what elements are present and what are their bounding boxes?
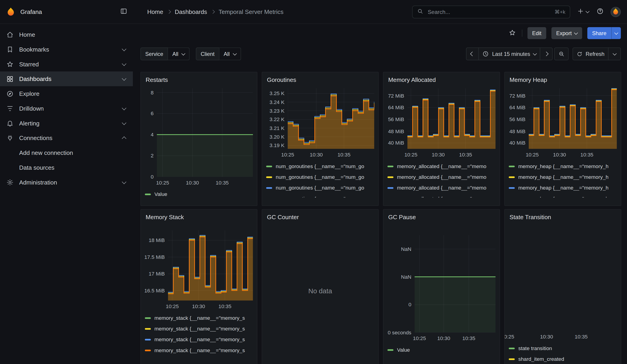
legend-item[interactable]: memory_heap {__name__="memory_h: [509, 161, 617, 171]
share-button[interactable]: Share: [587, 27, 611, 39]
plus-icon: [577, 7, 584, 16]
panel-title[interactable]: Goroutines: [266, 75, 374, 84]
search-box[interactable]: ⌘+k: [412, 5, 570, 18]
chart-canvas: [288, 88, 374, 149]
x-axis: 10:2510:3010:35: [288, 151, 374, 159]
grafana-logo-icon[interactable]: [6, 7, 16, 17]
legend-item[interactable]: memory_allocated {__name__="memo: [387, 172, 495, 182]
legend-item[interactable]: memory_allocated {__name__="memo: [387, 193, 495, 198]
legend-item[interactable]: memory_allocated {__name__="memo: [387, 161, 495, 171]
refresh-interval-button[interactable]: [608, 48, 621, 60]
x-axis-label: 10:35: [218, 303, 231, 309]
y-axis-label: 6: [151, 111, 154, 116]
sidebar-item-add-new-connection[interactable]: Add new connection: [0, 145, 133, 160]
y-axis-label: 56 MiB: [388, 116, 404, 122]
refresh-button[interactable]: Refresh: [573, 48, 609, 60]
legend-item[interactable]: shard_item_created: [509, 354, 617, 364]
breadcrumb-dashboards[interactable]: Dashboards: [175, 8, 207, 15]
sidebar-item-label: Data sources: [19, 164, 54, 171]
legend-item[interactable]: memory_stack {__name__="memory_s: [145, 334, 253, 345]
sidebar-item-connections[interactable]: Connections: [0, 130, 133, 145]
home-icon: [6, 31, 14, 38]
legend-item[interactable]: num_goroutines {__name__="num_go: [266, 172, 374, 182]
chevron-right-icon: [211, 10, 215, 14]
time-forward-button[interactable]: [540, 48, 552, 60]
sidebar-item-label: Connections: [19, 135, 52, 141]
breadcrumb-home[interactable]: Home: [147, 8, 163, 15]
chart-plot[interactable]: [288, 88, 374, 149]
legend-series-label: memory_heap {__name__="memory_h: [518, 185, 609, 191]
x-axis-label: 10:25: [413, 335, 426, 341]
panel-title[interactable]: GC Pause: [387, 212, 495, 221]
x-axis-label: 10:35: [216, 180, 229, 186]
panel-title[interactable]: Memory Allocated: [387, 75, 495, 84]
chart-plot[interactable]: [529, 88, 617, 149]
edit-button[interactable]: Edit: [527, 27, 546, 39]
chart-area: 86420: [145, 88, 253, 177]
zoom-out-button[interactable]: [554, 48, 568, 60]
share-menu-button[interactable]: [611, 27, 621, 39]
legend-series-color: [387, 176, 393, 178]
panel-restarts: Restarts8642010:2510:3010:35Value: [140, 72, 258, 206]
chart-plot[interactable]: [408, 88, 496, 149]
series-fill: [415, 277, 495, 332]
nav-left: Grafana: [0, 7, 133, 17]
legend-item[interactable]: num_goroutines {__name__="num_go: [266, 161, 374, 171]
legend-series-color: [509, 358, 515, 360]
sidebar-item-data-sources[interactable]: Data sources: [0, 160, 133, 175]
star-dashboard-button[interactable]: [508, 28, 517, 38]
time-range-button[interactable]: Last 15 minutes: [478, 48, 540, 60]
legend-item[interactable]: memory_heap {__name__="memory_h: [509, 182, 617, 193]
sidebar-item-administration[interactable]: Administration: [0, 175, 133, 190]
sidebar-item-drilldown[interactable]: Drilldown: [0, 101, 133, 116]
chart-plot[interactable]: [157, 88, 253, 177]
legend-series-color: [387, 187, 393, 189]
sidebar-item-dashboards[interactable]: Dashboards: [0, 71, 133, 86]
panel-title[interactable]: GC Counter: [266, 212, 374, 221]
export-button[interactable]: Export: [551, 27, 582, 39]
legend-item[interactable]: memory_stack {__name__="memory_s: [145, 323, 253, 334]
chart-plot[interactable]: [168, 230, 253, 301]
series-fill: [408, 91, 496, 149]
add-new-button[interactable]: [576, 7, 590, 17]
service-var-select[interactable]: All: [168, 48, 190, 60]
drilldown-icon: [6, 105, 14, 112]
chart-area: 3.25 K3.24 K3.23 K3.22 K3.21 K3.20 K3.19…: [266, 88, 374, 149]
sidebar-item-starred[interactable]: Starred: [0, 57, 133, 72]
legend-item[interactable]: Value: [145, 189, 253, 200]
help-button[interactable]: [596, 7, 605, 17]
legend: Value: [387, 344, 495, 357]
legend-series-label: memory_allocated {__name__="memo: [397, 196, 486, 198]
panel-title[interactable]: Memory Heap: [509, 75, 617, 84]
legend: Value: [145, 189, 253, 201]
panel-title[interactable]: Memory Stack: [145, 212, 253, 221]
chevron-right-icon: [544, 52, 548, 56]
chart-plot[interactable]: [415, 235, 495, 332]
legend-item[interactable]: memory_stack {__name__="memory_s: [145, 345, 253, 356]
template-variables: Service All Client All: [140, 48, 241, 60]
export-label: Export: [556, 30, 572, 36]
time-back-button[interactable]: [466, 48, 479, 60]
client-var-select[interactable]: All: [219, 48, 241, 60]
user-avatar[interactable]: [611, 7, 621, 17]
x-axis: 10:2510:3010:35: [157, 178, 253, 187]
y-axis-label: 3.20 K: [269, 134, 285, 140]
sidebar-item-home[interactable]: Home: [0, 27, 133, 42]
legend-item[interactable]: memory_heap {__name__="memory_h: [509, 193, 617, 198]
legend-item[interactable]: memory_stack {__name__="memory_s: [145, 312, 253, 323]
legend-item[interactable]: num_goroutines {__name__="num_go: [266, 182, 374, 193]
legend-item[interactable]: memory_heap {__name__="memory_h: [509, 172, 617, 182]
search-input[interactable]: [427, 8, 551, 15]
chart-plot[interactable]: [512, 232, 617, 331]
legend-item[interactable]: Value: [387, 344, 495, 355]
panel-title[interactable]: Restarts: [145, 75, 253, 84]
sidebar-item-explore[interactable]: Explore: [0, 86, 133, 101]
legend-item[interactable]: state transition: [509, 343, 617, 354]
chevron-up-icon: [122, 136, 126, 141]
dock-menu-button[interactable]: [119, 7, 128, 17]
panel-title[interactable]: State Transition: [509, 212, 617, 221]
legend-item[interactable]: num_goroutines {__name__="num_go: [266, 193, 374, 198]
sidebar-item-alerting[interactable]: Alerting: [0, 116, 133, 131]
sidebar-item-bookmarks[interactable]: Bookmarks: [0, 42, 133, 57]
legend-item[interactable]: memory_allocated {__name__="memo: [387, 182, 495, 193]
